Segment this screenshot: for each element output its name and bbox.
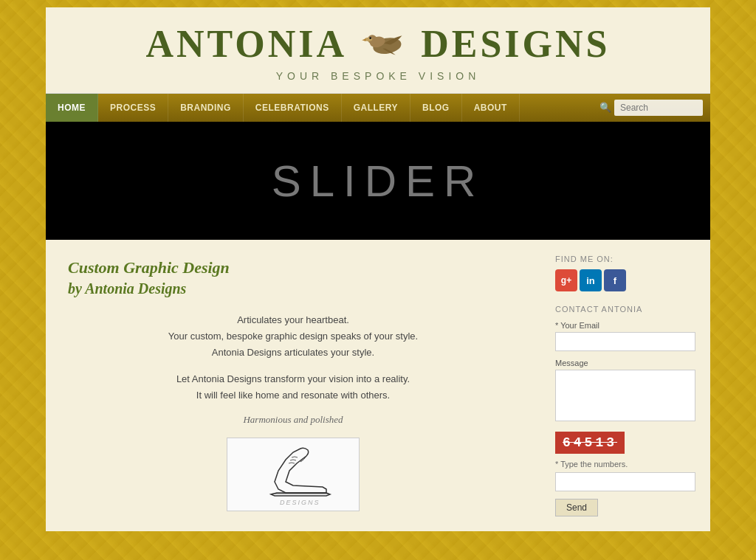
section-title-line2: by Antonia Designs — [68, 280, 518, 297]
captcha-input[interactable] — [555, 472, 695, 491]
nav-bar: HOME PROCESS BRANDING CELEBRATIONS GALLE… — [46, 94, 710, 122]
content-left: Custom Graphic Design by Antonia Designs… — [46, 240, 540, 531]
title-right: DESIGNS — [421, 22, 610, 66]
harmonious-text: Harmonious and polished — [68, 414, 518, 426]
social-facebook-button[interactable]: f — [604, 269, 626, 291]
content-para2: Let Antonia Designs transform your visio… — [68, 371, 518, 404]
nav-search-container: 🔍 — [592, 94, 710, 122]
social-icons: g+ in f — [555, 269, 695, 291]
content-right: FIND ME ON: g+ in f CONTACT ANTONIA * Yo… — [540, 240, 710, 531]
nav-celebrations[interactable]: CELEBRATIONS — [244, 94, 342, 122]
nav-about[interactable]: ABOUT — [462, 94, 520, 122]
search-input[interactable] — [614, 100, 703, 116]
captcha-instruction: * Type the numbers. — [555, 460, 695, 469]
find-me-label: FIND ME ON: — [555, 255, 695, 263]
message-textarea[interactable] — [555, 370, 695, 421]
search-icon: 🔍 — [599, 102, 611, 114]
slider-area: SLIDER — [46, 122, 710, 240]
email-label: * Your Email — [555, 321, 695, 330]
content-para1: Articulates your heartbeat. Your custom,… — [68, 312, 518, 361]
slider-text: SLIDER — [272, 156, 485, 207]
skate-sketch-icon: DESIGNS — [234, 441, 352, 508]
svg-point-4 — [369, 37, 371, 39]
social-googleplus-button[interactable]: g+ — [555, 269, 577, 291]
message-label: Message — [555, 359, 695, 367]
bird-logo-icon — [358, 27, 410, 61]
nav-process[interactable]: PROCESS — [98, 94, 168, 122]
site-tagline: YOUR BESPOKE VISION — [61, 70, 695, 82]
social-linkedin-button[interactable]: in — [580, 269, 602, 291]
svg-text:DESIGNS: DESIGNS — [280, 499, 320, 506]
site-header: ANTONIA DESIGNS YOUR BESPOKE VISION — [46, 7, 710, 94]
nav-home[interactable]: HOME — [46, 94, 98, 122]
svg-marker-5 — [362, 39, 365, 42]
send-button[interactable]: Send — [555, 499, 598, 516]
main-content: Custom Graphic Design by Antonia Designs… — [46, 240, 710, 531]
site-title: ANTONIA DESIGNS — [61, 22, 695, 66]
nav-gallery[interactable]: GALLERY — [342, 94, 410, 122]
email-field[interactable] — [555, 332, 695, 351]
section-title-line1: Custom Graphic Design — [68, 258, 518, 277]
nav-blog[interactable]: BLOG — [410, 94, 462, 122]
contact-label: CONTACT ANTONIA — [555, 305, 695, 314]
captcha-image: 64513 — [555, 432, 625, 454]
nav-branding[interactable]: BRANDING — [168, 94, 244, 122]
title-left: ANTONIA — [146, 22, 348, 66]
sketch-image: DESIGNS — [227, 438, 360, 511]
